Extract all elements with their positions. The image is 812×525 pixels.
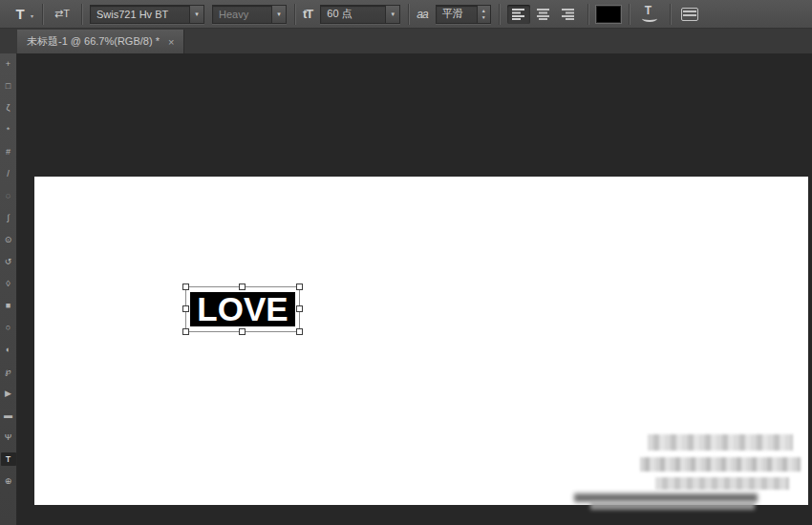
canvas-area: LOVE xyxy=(17,53,812,525)
photoshop-window: T ▾ ⇄T Swis721 Hv BT ▾ Heavy ▾ tT 60 点 ▾… xyxy=(0,0,812,525)
document-tab-bar: 未标题-1 @ 66.7%(RGB/8) * × xyxy=(0,29,812,53)
gradient-tool[interactable]: ■ xyxy=(1,299,16,312)
transform-handle-n[interactable] xyxy=(239,284,246,290)
text-bounding-box[interactable]: LOVE xyxy=(185,286,300,332)
alignment-group xyxy=(507,5,580,24)
tool-bar: +□ζ*#/◌∫⊙↺◊■○◐℘▶▬ΨT⊕ xyxy=(0,53,17,525)
eraser-tool[interactable]: ◊ xyxy=(1,277,16,290)
marquee-tool[interactable]: □ xyxy=(1,79,16,93)
transform-handle-w[interactable] xyxy=(182,305,189,312)
warp-text-button[interactable]: T xyxy=(637,4,662,25)
quick-select-tool[interactable]: * xyxy=(1,123,16,136)
pen-tool[interactable]: ℘ xyxy=(1,365,16,378)
align-left-button[interactable] xyxy=(507,5,530,24)
transform-handle-nw[interactable] xyxy=(182,284,189,290)
panels-icon xyxy=(681,8,698,21)
clone-stamp-tool[interactable]: ⊙ xyxy=(1,233,16,246)
align-right-button[interactable] xyxy=(557,5,580,24)
chevron-down-icon: ▾ xyxy=(271,6,286,23)
font-family-value: Swis721 Hv BT xyxy=(91,6,189,23)
eyedropper-tool[interactable]: / xyxy=(1,167,16,180)
separator xyxy=(408,4,409,25)
selected-text[interactable]: LOVE xyxy=(190,292,295,326)
history-brush-tool[interactable]: ↺ xyxy=(1,255,16,268)
healing-brush-tool[interactable]: ◌ xyxy=(1,189,16,202)
separator xyxy=(629,4,630,25)
crop-tool[interactable]: # xyxy=(1,145,16,158)
watermark-blur xyxy=(640,457,801,472)
font-style-value: Heavy xyxy=(213,6,271,23)
hand-tool[interactable]: Ψ xyxy=(1,430,16,444)
document-title: 未标题-1 @ 66.7%(RGB/8) * xyxy=(27,34,160,49)
preset-dropdown-arrow-icon: ▾ xyxy=(31,6,33,27)
transform-handle-e[interactable] xyxy=(296,305,303,312)
blur-tool[interactable]: ○ xyxy=(1,321,16,334)
font-family-dropdown[interactable]: Swis721 Hv BT ▾ xyxy=(90,5,204,24)
type-tool[interactable]: T xyxy=(1,452,16,466)
type-tool-letter: T xyxy=(15,6,24,22)
spinner-up-icon: ▲ xyxy=(481,8,486,13)
font-size-icon: tT xyxy=(303,7,312,21)
align-center-icon xyxy=(536,8,551,20)
separator xyxy=(81,4,82,25)
text-color-swatch[interactable] xyxy=(596,6,621,23)
align-left-icon xyxy=(511,8,526,20)
type-tool-preset-icon[interactable]: T ▾ xyxy=(6,4,34,25)
chevron-down-icon: ▾ xyxy=(385,6,399,23)
transform-handle-s[interactable] xyxy=(239,328,246,335)
workspace: +□ζ*#/◌∫⊙↺◊■○◐℘▶▬ΨT⊕ LOVE xyxy=(0,53,812,525)
transform-handle-se[interactable] xyxy=(296,328,303,335)
lasso-tool[interactable]: ζ xyxy=(1,101,16,115)
align-center-button[interactable] xyxy=(532,5,555,24)
font-size-dropdown[interactable]: 60 点 ▾ xyxy=(320,5,400,24)
warp-arc-icon xyxy=(642,15,657,22)
watermark-blur xyxy=(648,434,793,451)
separator xyxy=(588,4,588,25)
dodge-tool[interactable]: ◐ xyxy=(1,343,16,356)
document-tab[interactable]: 未标题-1 @ 66.7%(RGB/8) * × xyxy=(17,30,184,53)
font-size-value: 60 点 xyxy=(321,6,385,23)
spinner-down-icon: ▼ xyxy=(481,14,486,20)
separator xyxy=(42,4,43,25)
close-tab-icon[interactable]: × xyxy=(168,36,174,48)
watermark-smudge xyxy=(574,494,758,502)
options-bar: T ▾ ⇄T Swis721 Hv BT ▾ Heavy ▾ tT 60 点 ▾… xyxy=(0,0,812,29)
transform-handle-ne[interactable] xyxy=(296,284,303,290)
anti-alias-icon: aa xyxy=(417,8,427,21)
path-select-tool[interactable]: ▶ xyxy=(1,387,16,400)
separator xyxy=(499,4,500,25)
zoom-tool[interactable]: ⊕ xyxy=(1,474,16,488)
chevron-down-icon: ▾ xyxy=(189,6,203,23)
align-right-icon xyxy=(561,8,576,20)
document-canvas[interactable] xyxy=(34,177,808,505)
toggle-panels-button[interactable] xyxy=(678,4,701,25)
separator xyxy=(670,4,671,25)
shape-tool[interactable]: ▬ xyxy=(1,409,16,422)
watermark-blur xyxy=(655,477,789,490)
anti-alias-dropdown[interactable]: 平滑 ▲ ▼ xyxy=(436,5,491,24)
text-orientation-toggle-icon[interactable]: ⇄T xyxy=(51,4,74,25)
brush-tool[interactable]: ∫ xyxy=(1,211,16,224)
move-tool[interactable]: + xyxy=(1,57,16,71)
transform-handle-sw[interactable] xyxy=(182,328,189,335)
spinner-icon: ▲ ▼ xyxy=(477,6,490,23)
font-style-dropdown[interactable]: Heavy ▾ xyxy=(212,5,287,24)
anti-alias-value: 平滑 xyxy=(437,6,477,23)
separator xyxy=(294,4,295,25)
watermark-smudge xyxy=(590,502,755,510)
